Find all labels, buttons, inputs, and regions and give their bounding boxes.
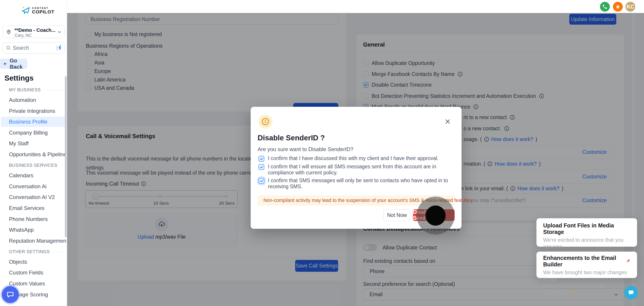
brand-logo: CONTENT COPILOT xyxy=(21,6,54,15)
toast-email-builder[interactable]: Enhancements to the Email Builder We hav… xyxy=(536,252,637,278)
sidebar-item-opportunities-pipelines[interactable]: Opportunities & Pipelines xyxy=(1,149,66,160)
modal-check-row: I confirm that SMS messages will only be… xyxy=(258,177,457,190)
search-icon xyxy=(6,46,11,50)
section-other-settings: OTHER SETTINGS xyxy=(9,249,64,254)
sidebar-item-company-billing[interactable]: Company Billing xyxy=(1,128,66,138)
sidebar-item-my-staff[interactable]: My Staff xyxy=(1,138,66,149)
sidebar-item-conversation-ai[interactable]: Conversation Ai xyxy=(1,181,66,192)
notifications-bell-icon[interactable] xyxy=(613,2,623,12)
toast-upload-font-files[interactable]: Upload Font Files in Media Storage We're… xyxy=(536,218,637,247)
location-city: Cary, NC xyxy=(14,33,32,38)
section-business-services: BUSINESS SERVICES xyxy=(9,163,64,168)
avatar[interactable]: KC xyxy=(626,2,635,12)
close-icon[interactable] xyxy=(444,118,451,125)
not-now-button[interactable]: Not Now xyxy=(384,209,410,221)
search-placeholder: Search xyxy=(13,45,29,51)
toast-body: We have brought two major changes to our… xyxy=(543,269,630,296)
location-name: **Demo - Coach... xyxy=(14,27,56,33)
search-input[interactable]: Search xyxy=(3,42,65,54)
check-icon xyxy=(260,157,264,161)
app-root: Business Registration Number My business… xyxy=(0,0,644,306)
sidebar-item-reputation-management[interactable]: Reputation Management xyxy=(1,236,66,246)
sidebar-item-whatsapp[interactable]: WhatsApp xyxy=(1,225,66,235)
sidebar-item-calendars[interactable]: Calendars xyxy=(1,170,66,181)
sidebar-item-business-profile[interactable]: Business Profile xyxy=(1,117,66,127)
check-icon xyxy=(260,165,264,169)
quick-actions-bolt-icon[interactable] xyxy=(56,45,62,51)
sidebar-item-custom-fields[interactable]: Custom Fields xyxy=(1,267,66,278)
sidebar-item-conversation-ai-v2[interactable]: Conversation AI V2 xyxy=(1,192,66,202)
confirm-compliance-checkbox[interactable] xyxy=(258,164,264,170)
rocket-icon xyxy=(626,258,630,264)
map-pin-icon xyxy=(6,29,12,35)
sidebar-item-automation[interactable]: Automation xyxy=(1,95,66,105)
phone-icon[interactable] xyxy=(600,2,610,12)
chat-widget-launcher[interactable] xyxy=(2,286,19,303)
sidebar-item-email-services[interactable]: Email Services xyxy=(1,203,66,213)
sidebar: CONTENT COPILOT **Demo - Coach... Cary, … xyxy=(0,0,67,306)
sidebar-item-phone-numbers[interactable]: Phone Numbers xyxy=(1,214,66,224)
chat-bubble-icon xyxy=(628,289,634,296)
sidebar-item-private-integrations[interactable]: Private Integrations xyxy=(1,106,66,116)
lightning-emoji-icon xyxy=(571,290,576,295)
sidebar-scrollbar[interactable] xyxy=(65,76,67,237)
toast-title: Enhancements to the Email Builder xyxy=(543,255,630,268)
modal-title: Disable SenderID ? xyxy=(258,134,325,142)
modal-check-row: I confirm that I will ensure all SMS mes… xyxy=(258,164,457,176)
info-icon-halo xyxy=(258,114,272,129)
confirm-approval-checkbox[interactable] xyxy=(258,156,264,162)
chat-bubble-icon xyxy=(6,290,14,299)
modal-question: Are you sure want to Disable SenderID? xyxy=(258,146,353,152)
go-back-button[interactable]: Go Back xyxy=(0,59,27,69)
chevron-down-icon xyxy=(57,30,62,35)
toast-title: Upload Font Files in Media Storage xyxy=(543,222,630,235)
check-icon xyxy=(260,179,264,183)
confirm-opt-in-checkbox[interactable] xyxy=(258,178,264,184)
arrow-left-icon xyxy=(3,61,8,67)
brand-line2: COPILOT xyxy=(32,10,54,14)
location-switcher[interactable]: **Demo - Coach... Cary, NC xyxy=(3,26,65,38)
settings-heading: Settings xyxy=(4,74,34,82)
support-chat-launcher[interactable] xyxy=(624,286,638,299)
top-header: KC xyxy=(67,0,644,13)
sidebar-item-objects[interactable]: Objects xyxy=(1,257,66,267)
paper-plane-logo-icon xyxy=(21,6,31,15)
modal-check-row: I confirm that I have discussed this wit… xyxy=(258,155,457,162)
click-indicator-inner xyxy=(426,205,446,226)
info-icon xyxy=(262,118,269,125)
section-my-business: MY BUSINESS xyxy=(9,87,64,92)
